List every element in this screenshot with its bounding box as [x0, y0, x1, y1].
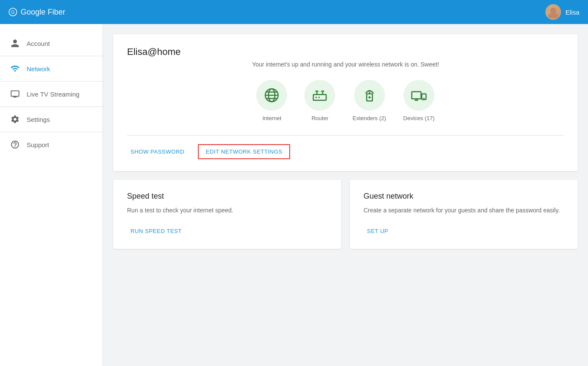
sidebar-item-support-label: Support [27, 141, 49, 148]
avatar [546, 4, 561, 20]
svg-point-9 [318, 97, 320, 98]
sidebar-item-livetv[interactable]: Live TV Streaming [0, 83, 103, 105]
router-label: Router [312, 115, 328, 121]
extenders-icon [361, 87, 378, 104]
sidebar-item-network-label: Network [27, 65, 50, 73]
sidebar-item-settings-label: Settings [27, 116, 50, 123]
sidebar-item-account-label: Account [27, 40, 50, 47]
speed-test-title: Speed test [127, 192, 327, 201]
help-icon [10, 140, 20, 149]
extenders-label: Extenders (2) [352, 115, 386, 121]
speed-test-card: Speed test Run a test to check your inte… [113, 180, 341, 249]
internet-label: Internet [262, 115, 281, 121]
router-icon-circle [304, 80, 335, 111]
guest-network-card: Guest network Create a separate network … [350, 180, 578, 249]
edit-network-settings-button[interactable]: EDIT NETWORK SETTINGS [198, 144, 290, 159]
user-name: Elisa [565, 9, 579, 16]
svg-rect-15 [412, 92, 421, 99]
router-icon-item[interactable]: Router [304, 80, 335, 121]
devices-icon [410, 87, 427, 104]
devices-icon-circle [403, 80, 434, 111]
internet-icon [263, 87, 280, 104]
run-speed-test-button[interactable]: RUN SPEED TEST [127, 225, 185, 237]
internet-icon-circle [256, 80, 287, 111]
sidebar-item-support[interactable]: Support [0, 134, 103, 155]
internet-icon-item[interactable]: Internet [256, 80, 287, 121]
logo-text: Google Fiber [21, 8, 65, 17]
guest-network-title: Guest network [364, 192, 564, 201]
main-layout: Account Network Live TV Streaming [0, 24, 588, 366]
sidebar-item-network[interactable]: Network [0, 58, 103, 79]
card-actions: SHOW PASSWORD EDIT NETWORK SETTINGS [127, 135, 564, 159]
network-card-title: Elisa@home [127, 46, 564, 57]
svg-point-14 [368, 97, 370, 99]
network-card-subtitle: Your internet's up and running and your … [127, 61, 564, 68]
sidebar-item-livetv-label: Live TV Streaming [27, 91, 79, 98]
account-icon [10, 39, 20, 48]
logo: G Google Fiber [9, 8, 65, 17]
sidebar-divider-2 [0, 81, 103, 82]
devices-icon-item[interactable]: Devices (17) [403, 80, 435, 121]
speed-test-description: Run a test to check your internet speed. [127, 206, 327, 215]
user-menu[interactable]: Elisa [546, 4, 579, 20]
google-fiber-logo-icon: G [9, 8, 17, 16]
sidebar-divider-4 [0, 132, 103, 132]
header: G Google Fiber Elisa [0, 0, 588, 24]
svg-point-8 [315, 97, 317, 98]
network-card: Elisa@home Your internet's up and runnin… [113, 34, 578, 171]
sidebar: Account Network Live TV Streaming [0, 24, 103, 366]
guest-network-setup-button[interactable]: SET UP [364, 225, 392, 237]
wifi-icon [10, 64, 20, 73]
main-content: Elisa@home Your internet's up and runnin… [103, 24, 588, 366]
svg-text:G: G [11, 9, 15, 15]
network-icons-row: Internet R [127, 80, 564, 121]
router-icon [311, 87, 328, 104]
sidebar-item-account[interactable]: Account [0, 33, 103, 54]
settings-icon [10, 115, 20, 124]
extenders-icon-circle [354, 80, 385, 111]
bottom-cards-row: Speed test Run a test to check your inte… [113, 180, 578, 257]
devices-label: Devices (17) [403, 115, 435, 121]
sidebar-item-settings[interactable]: Settings [0, 109, 103, 130]
guest-network-description: Create a separate network for your guest… [364, 206, 564, 215]
sidebar-divider-3 [0, 106, 103, 107]
show-password-button[interactable]: SHOW PASSWORD [127, 146, 188, 157]
tv-icon [10, 89, 20, 99]
sidebar-divider [0, 56, 103, 56]
extenders-icon-item[interactable]: Extenders (2) [352, 80, 386, 121]
